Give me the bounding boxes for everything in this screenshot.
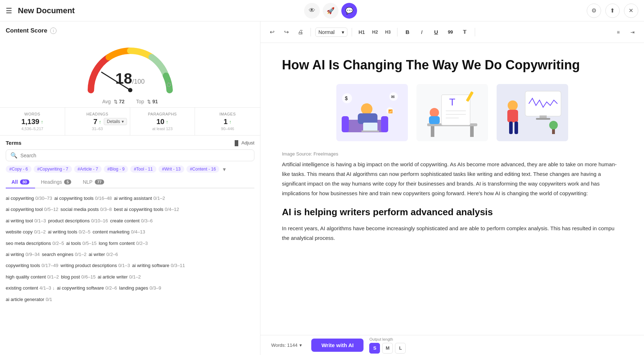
- print-button[interactable]: 🖨: [295, 26, 306, 38]
- list-item[interactable]: website copy 0/1–2: [6, 228, 46, 236]
- document-title: New Document: [18, 6, 75, 15]
- list-item[interactable]: ai writing tools 0/2–5: [48, 228, 91, 236]
- h1-button[interactable]: H1: [356, 28, 367, 36]
- list-item[interactable]: ai copywriting tools 0/16–48: [54, 194, 112, 202]
- term-count: 0/2–3: [136, 239, 148, 247]
- term-name: ai copywriting tool: [6, 205, 43, 213]
- document-heading: How AI Is Changing The Way We Do Copywri…: [282, 57, 623, 73]
- quote-button[interactable]: 99: [445, 26, 456, 38]
- term-row: high quality content 0/1–2blog post 0/6–…: [6, 271, 254, 282]
- list-item[interactable]: long form content 0/2–3: [99, 239, 148, 247]
- right-panel: ↩ ↪ 🖨 Normal ▾ H1 H2 H3 B I U 99 𝕋 ≡ ⇥: [260, 21, 644, 355]
- rocket-button[interactable]: 🚀: [323, 3, 338, 19]
- list-item[interactable]: ai article writer 0/1–2: [98, 273, 141, 281]
- main-layout: Content Score i: [0, 21, 644, 355]
- tags-expand[interactable]: ▾: [223, 166, 226, 173]
- size-s-button[interactable]: S: [369, 343, 380, 354]
- list-item[interactable]: landing pages 0/3–9: [119, 284, 161, 292]
- term-count: 0/4–13: [131, 228, 145, 236]
- list-item[interactable]: ai writing software 0/3–11: [132, 261, 185, 270]
- align-button[interactable]: ≡: [613, 26, 624, 38]
- list-item[interactable]: copywriting tools 0/17–49: [6, 261, 58, 270]
- write-ai-button[interactable]: Write with AI: [311, 339, 364, 352]
- tag-item[interactable]: #Blog - 9: [104, 166, 128, 173]
- size-m-button[interactable]: M: [382, 343, 393, 354]
- settings-button[interactable]: ⚙: [587, 4, 601, 18]
- editor-area[interactable]: How AI Is Changing The Way We Do Copywri…: [260, 43, 644, 335]
- details-button[interactable]: Details ▾: [104, 118, 127, 125]
- redo-button[interactable]: ↪: [280, 26, 292, 38]
- svg-point-38: [549, 121, 558, 129]
- tag-item[interactable]: #Article - 7: [74, 166, 102, 173]
- h2-button[interactable]: H2: [370, 28, 380, 36]
- bottom-bar: Words: 1144 ▾ Write with AI Output lengt…: [260, 335, 644, 355]
- list-item[interactable]: writing product descriptions 0/1–3: [60, 261, 130, 270]
- term-count: 0/16–48: [95, 194, 112, 202]
- tag-item[interactable]: #Copywriting - 7: [34, 166, 72, 173]
- tag-item[interactable]: #Writ - 13: [158, 166, 184, 173]
- bold-button[interactable]: B: [402, 26, 413, 38]
- italic-button[interactable]: I: [416, 26, 428, 38]
- list-item[interactable]: ai writing tool 0/1–3: [6, 217, 46, 225]
- list-item[interactable]: social media posts 0/3–8: [60, 205, 112, 213]
- tab-nlp[interactable]: NLP77: [77, 176, 109, 188]
- h3-button[interactable]: H3: [383, 28, 393, 36]
- term-row: ai copywriting tool 0/5–12social media p…: [6, 204, 254, 215]
- underline-button[interactable]: U: [430, 26, 442, 38]
- term-name: blog post: [61, 273, 80, 281]
- chat-button[interactable]: 💬: [341, 3, 357, 19]
- svg-text:$: $: [345, 95, 348, 101]
- list-item[interactable]: ai copywriting tool 0/5–12: [6, 205, 58, 213]
- output-length: Output length S M L: [369, 337, 406, 354]
- tab-label: NLP: [83, 179, 92, 185]
- list-item[interactable]: ai writing assistant 0/1–2: [114, 194, 165, 202]
- adjust-button[interactable]: ▐▌ Adjust: [233, 140, 254, 146]
- list-item[interactable]: ai article generator 0/1: [6, 295, 52, 304]
- undo-button[interactable]: ↩: [266, 26, 278, 38]
- list-item[interactable]: search engines 0/1–2: [42, 250, 87, 258]
- term-count: 4/1–3 ↓: [39, 284, 55, 292]
- term-count: 0/4–12: [165, 205, 179, 213]
- term-count: 0/1: [46, 295, 52, 304]
- list-item[interactable]: ai writing 0/9–34: [6, 250, 40, 258]
- format-select[interactable]: Normal ▾: [315, 28, 347, 37]
- view-button[interactable]: 👁: [304, 3, 320, 19]
- tab-badge: 5: [64, 179, 71, 184]
- word-count-button[interactable]: Words: 1144 ▾: [268, 340, 306, 350]
- close-button[interactable]: ✕: [624, 4, 638, 18]
- collapse-button[interactable]: ⇥: [627, 26, 638, 38]
- tab-all[interactable]: All80: [6, 176, 35, 188]
- list-item[interactable]: blog post 0/6–15: [61, 273, 96, 281]
- menu-icon[interactable]: ☰: [6, 6, 12, 15]
- search-input[interactable]: [20, 153, 250, 158]
- term-name: best ai copywriting tools: [114, 205, 164, 213]
- term-name: ai copywriting: [6, 194, 34, 202]
- list-item[interactable]: content marketing 0/4–13: [93, 228, 145, 236]
- size-l-button[interactable]: L: [395, 343, 406, 354]
- list-item[interactable]: seo meta descriptions 0/2–5: [6, 239, 64, 247]
- list-item[interactable]: ai tools 0/5–15: [66, 239, 97, 247]
- list-item[interactable]: ai writer 0/2–6: [89, 250, 118, 258]
- term-count: 0/6–15: [81, 273, 96, 281]
- tag-item[interactable]: #Content - 16: [186, 166, 220, 173]
- tag-item[interactable]: #Tool - 11: [130, 166, 156, 173]
- tab-headings[interactable]: Headings5: [35, 176, 77, 188]
- info-icon[interactable]: i: [50, 28, 57, 34]
- list-item[interactable]: product descriptions 0/10–16: [48, 217, 108, 225]
- term-row: ai writing 0/9–34search engines 0/1–2ai …: [6, 249, 254, 260]
- list-item[interactable]: ai copywriting software 0/2–6: [57, 284, 117, 292]
- term-name: ai writing software: [132, 261, 169, 270]
- list-item[interactable]: best ai copywriting tools 0/4–12: [114, 205, 179, 213]
- export-button[interactable]: ⬆: [605, 4, 620, 18]
- special-button[interactable]: 𝕋: [459, 26, 470, 38]
- term-name: ai writing assistant: [114, 194, 152, 202]
- term-count: 0/2–5: [52, 239, 64, 247]
- tag-item[interactable]: #Copy - 6: [6, 166, 31, 173]
- list-item[interactable]: high quality content 0/1–2: [6, 273, 59, 281]
- list-item[interactable]: create content 0/3–6: [110, 217, 153, 225]
- term-name: ai writing tools: [48, 228, 77, 236]
- list-item[interactable]: existing content 4/1–3 ↓: [6, 284, 55, 292]
- list-item[interactable]: ai copywriting 0/30–73: [6, 194, 52, 202]
- svg-text:📶: 📶: [388, 109, 393, 114]
- term-count: 0/5–12: [44, 205, 58, 213]
